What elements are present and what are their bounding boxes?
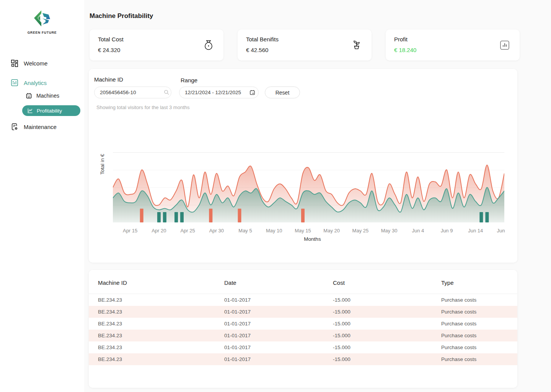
table-cell: Purchase costs	[432, 306, 517, 318]
records-table: Machine IDDateCostType BE.234.2301-01-20…	[89, 270, 517, 365]
money-bag-icon	[204, 40, 214, 51]
table-cell: Purchase costs	[432, 341, 517, 353]
table-cell: -15.000	[324, 341, 432, 353]
x-tick-label: May 30	[381, 228, 398, 234]
table-cell: -15.000	[324, 294, 432, 306]
chart-caption: Showing total visitors for the last 3 mo…	[96, 105, 190, 110]
brand-logo: GREEN FUTURE	[0, 10, 84, 34]
stat-label: Total Benifits	[246, 36, 363, 42]
range-label: Range	[181, 77, 197, 83]
table-header-cell: Date	[215, 270, 324, 294]
x-tick-label: Apr 25	[180, 228, 195, 234]
stat-value: € 42.560	[246, 47, 363, 53]
table-cell: 01-01-2017	[215, 306, 324, 318]
table-row: BE.234.2301-01-2017-15.000Purchase costs	[89, 318, 517, 330]
table-header-cell: Type	[432, 270, 517, 294]
x-axis-ticks: Apr 15Apr 20Apr 25Apr 30May 5May 10May 1…	[113, 228, 505, 235]
area-chart	[113, 152, 504, 224]
sidebar-item-label: Analytics	[24, 80, 47, 86]
table-header-cell: Machine ID	[89, 270, 215, 294]
table-cell: Purchase costs	[432, 294, 517, 306]
table-cell: -15.000	[324, 353, 432, 365]
table-cell: BE.234.23	[89, 330, 215, 341]
x-tick-label: May 5	[238, 228, 252, 234]
table-cell: Purchase costs	[432, 318, 517, 330]
sidebar-item-label: Maintenance	[24, 124, 57, 130]
x-tick-label: Apr 30	[209, 228, 224, 234]
sidebar-item-profitability[interactable]: Profitability	[22, 105, 80, 116]
x-tick-label: May 20	[323, 228, 340, 234]
sidebar-item-label: Machines	[36, 93, 59, 99]
page-title: Machine Profitability	[90, 12, 153, 20]
sidebar-item-welcome[interactable]: Welcome	[0, 57, 84, 69]
table-row: BE.234.2301-01-2017-15.000Purchase costs	[89, 294, 517, 306]
total-cost-card: Total Cost € 24.320	[90, 29, 223, 60]
stat-value: € 18.240	[394, 47, 511, 53]
machine-id-label: Machine ID	[94, 76, 123, 83]
sidebar-nav: Welcome Analytics	[0, 57, 84, 132]
y-axis-label: Total in €	[99, 154, 105, 175]
table-cell: Purchase costs	[432, 330, 517, 341]
x-tick-label: Jun 14	[468, 228, 483, 234]
line-chart-icon	[27, 108, 33, 114]
sidebar-item-maintenance[interactable]: Maintenance	[0, 121, 84, 132]
reset-button[interactable]: Reset	[265, 87, 300, 98]
table-cell: -15.000	[324, 318, 432, 330]
table-row: BE.234.2301-01-2017-15.000Purchase costs	[89, 330, 517, 341]
x-tick-label: May 25	[352, 228, 369, 234]
document-gear-icon	[11, 123, 18, 131]
potted-plant-icon	[352, 40, 362, 51]
analytics-icon	[11, 79, 18, 87]
table-cell: 01-01-2017	[215, 330, 324, 341]
table-cell: BE.234.23	[89, 306, 215, 318]
dashboard-grid-icon	[11, 59, 18, 67]
x-axis-label: Months	[113, 236, 504, 242]
x-tick-label: Apr 15	[123, 228, 137, 234]
search-icon	[164, 90, 170, 95]
machine-id-input[interactable]	[94, 87, 171, 98]
table-cell: 01-01-2017	[215, 294, 324, 306]
table-cell: 01-01-2017	[215, 353, 324, 365]
sidebar-item-label: Profitability	[37, 108, 62, 114]
sidebar-item-analytics[interactable]: Analytics	[0, 77, 84, 88]
range-input[interactable]	[179, 87, 259, 98]
calendar-icon[interactable]	[249, 90, 255, 95]
x-tick-label: Jun 19	[497, 228, 505, 234]
profit-card: Profit € 18.240	[386, 29, 520, 60]
table-cell: -15.000	[324, 330, 432, 341]
table-cell: BE.234.23	[89, 353, 215, 365]
x-tick-label: May 15	[295, 228, 311, 234]
table-cell: BE.234.23	[89, 294, 215, 306]
robot-icon	[25, 92, 33, 100]
table-row: BE.234.2301-01-2017-15.000Purchase costs	[89, 353, 517, 365]
table-cell: -15.000	[324, 306, 432, 318]
green-future-logo-icon	[31, 10, 53, 28]
x-tick-label: Jun 4	[412, 228, 424, 234]
table-row: BE.234.2301-01-2017-15.000Purchase costs	[89, 306, 517, 318]
stat-label: Total Cost	[98, 36, 215, 42]
x-tick-label: Jun 9	[441, 228, 453, 234]
chart-card: Machine ID Range Reset Showing total vis…	[89, 69, 517, 263]
table-cell: 01-01-2017	[215, 318, 324, 330]
x-tick-label: May 10	[266, 228, 282, 234]
table-header-cell: Cost	[324, 270, 432, 294]
table-header-row: Machine IDDateCostType	[89, 270, 517, 294]
sidebar-item-label: Welcome	[24, 60, 47, 67]
sidebar-item-machines[interactable]: Machines	[0, 90, 84, 101]
stat-value: € 24.320	[98, 47, 215, 53]
table-cell: BE.234.23	[89, 318, 215, 330]
table-cell: 01-01-2017	[215, 341, 324, 353]
stat-cards: Total Cost € 24.320 Total Benifits € 42.…	[90, 29, 520, 60]
brand-name: GREEN FUTURE	[0, 31, 84, 34]
total-benifits-card: Total Benifits € 42.560	[238, 29, 372, 60]
sidebar: GREEN FUTURE Welcome Ana	[0, 0, 84, 392]
records-table-card: Machine IDDateCostType BE.234.2301-01-20…	[89, 270, 517, 388]
table-cell: BE.234.23	[89, 341, 215, 353]
table-cell: Purchase costs	[432, 353, 517, 365]
stat-label: Profit	[394, 36, 511, 42]
bar-chart-icon	[500, 40, 510, 50]
table-row: BE.234.2301-01-2017-15.000Purchase costs	[89, 341, 517, 353]
x-tick-label: Apr 20	[152, 228, 166, 234]
